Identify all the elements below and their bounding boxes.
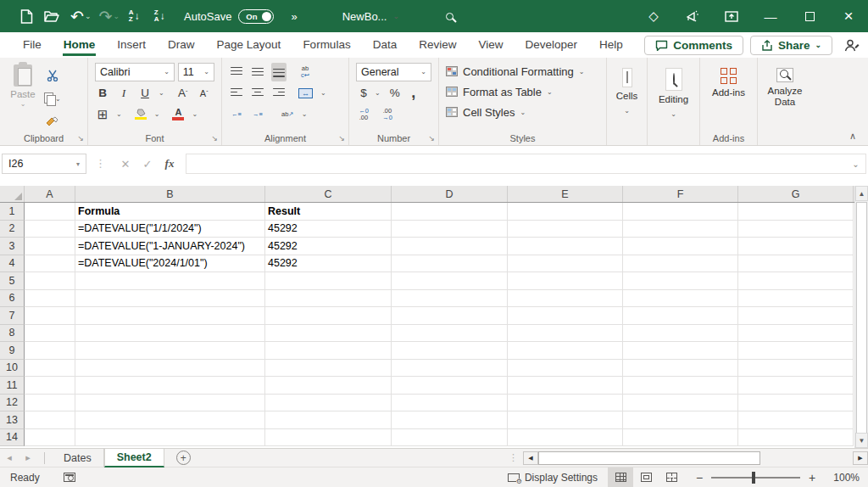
italic-button[interactable]: I [116,84,131,103]
premium-diamond-icon[interactable]: ◇ [634,0,673,32]
horizontal-scrollbar-thumb[interactable] [538,451,760,465]
align-center-button[interactable] [250,84,265,103]
cancel-button[interactable]: ✕ [114,154,136,174]
cell-E10[interactable] [508,360,623,378]
cell-G1[interactable] [738,203,854,221]
addins-button[interactable]: Add-ins [704,61,754,98]
fill-color-button[interactable] [133,105,148,124]
scroll-down-icon[interactable]: ▼ [855,433,868,448]
conditional-formatting-button[interactable]: Conditional Formatting⌄ [442,61,603,81]
cell-E5[interactable] [508,272,623,290]
cell-E2[interactable] [508,221,623,238]
cell-B2[interactable]: =DATEVALUE("1/1/2024") [75,221,265,238]
cell-D2[interactable] [392,221,508,238]
cell-E14[interactable] [508,429,623,447]
zoom-in-button[interactable]: + [807,471,817,484]
scrollbar-resize-grip[interactable]: ⋮ [509,452,518,463]
cell-D8[interactable] [392,325,508,343]
cell-D10[interactable] [392,360,508,378]
cell-E6[interactable] [508,290,623,308]
copy-button[interactable]: ⌄ [42,89,63,108]
font-color-button[interactable]: A [170,105,186,124]
orientation-dropdown-icon[interactable]: ⌄ [302,110,308,118]
row-header-11[interactable]: 11 [0,377,25,395]
alignment-dialog-launcher-icon[interactable]: ↘ [338,134,345,143]
share-button[interactable]: Share ⌄ [750,36,832,55]
cell-G2[interactable] [738,221,854,238]
cell-C6[interactable] [265,290,392,308]
cell-F8[interactable] [623,325,738,343]
column-header-G[interactable]: G [738,186,854,202]
cell-G6[interactable] [738,290,854,308]
enter-button[interactable]: ✓ [136,154,159,174]
autosave-toggle[interactable]: On [238,9,274,24]
font-color-dropdown-icon[interactable]: ⌄ [192,110,198,118]
cell-G12[interactable] [738,395,854,412]
merge-center-button[interactable]: ↔ [297,84,314,103]
cell-E12[interactable] [508,395,623,412]
fill-color-dropdown-icon[interactable]: ⌄ [154,110,160,118]
number-dialog-launcher-icon[interactable]: ↘ [428,134,435,143]
cell-F11[interactable] [623,377,738,395]
row-header-8[interactable]: 8 [0,325,25,343]
cell-A8[interactable] [25,325,75,343]
cell-B7[interactable] [75,307,265,325]
cell-F10[interactable] [623,360,738,378]
tab-help[interactable]: Help [588,34,634,56]
middle-align-button[interactable] [250,63,265,81]
row-header-10[interactable]: 10 [0,360,25,378]
cell-B8[interactable] [75,325,265,343]
number-format-select[interactable]: General⌄ [356,63,431,81]
underline-button[interactable]: U [137,84,153,103]
zoom-slider[interactable] [711,477,800,479]
cell-F1[interactable] [623,203,738,221]
row-header-13[interactable]: 13 [0,411,25,429]
cell-C5[interactable] [265,272,392,290]
cell-E7[interactable] [508,307,623,325]
orientation-button[interactable]: ab↗ [280,105,296,124]
page-break-preview-button[interactable] [659,467,684,487]
tab-developer[interactable]: Developer [514,34,588,56]
tab-review[interactable]: Review [408,34,467,56]
scroll-left-icon[interactable]: ◀ [523,451,538,465]
cell-A12[interactable] [25,395,75,412]
cells-button[interactable]: Cells ⌄ [610,61,643,116]
cell-G9[interactable] [738,342,854,360]
cell-C14[interactable] [265,429,392,447]
column-header-A[interactable]: A [25,186,75,202]
sheet-tab-dates[interactable]: Dates [52,449,104,467]
collapse-ribbon-icon[interactable]: ∧ [849,131,856,142]
row-header-7[interactable]: 7 [0,307,25,325]
cell-G3[interactable] [738,238,854,255]
cell-C13[interactable] [265,411,392,429]
tab-data[interactable]: Data [362,34,409,56]
cell-C2[interactable]: 45292 [265,221,392,238]
cell-B14[interactable] [75,429,265,447]
cell-B6[interactable] [75,290,265,308]
cell-F6[interactable] [623,290,738,308]
sheet-nav-right-icon[interactable]: ▸ [19,452,37,463]
cell-D7[interactable] [392,307,508,325]
name-box[interactable]: I26▾ [2,154,86,174]
cell-A4[interactable] [25,255,75,273]
scroll-right-icon[interactable]: ▶ [853,451,868,465]
cell-A9[interactable] [25,342,75,360]
cell-G10[interactable] [738,360,854,378]
cell-G4[interactable] [738,255,854,273]
increase-decimal-button[interactable]: ←0.00 [356,105,371,124]
workbook-title[interactable]: NewBo...⌄ [342,10,399,23]
cell-B3[interactable]: =DATEVALUE("1-JANUARY-2024") [75,238,265,255]
cell-G13[interactable] [738,411,854,429]
person-edit-icon[interactable] [844,39,860,52]
cell-F4[interactable] [623,255,738,273]
cell-A6[interactable] [25,290,75,308]
coming-soon-icon[interactable] [673,0,712,32]
currency-button[interactable]: $ [356,84,371,103]
new-file-icon[interactable] [14,3,39,29]
column-header-D[interactable]: D [392,186,508,202]
tab-draw[interactable]: Draw [157,34,206,56]
row-header-3[interactable]: 3 [0,238,25,255]
redo-dropdown-icon[interactable]: ⌄ [114,12,120,20]
page-layout-view-button[interactable] [633,467,659,487]
cell-A10[interactable] [25,360,75,378]
